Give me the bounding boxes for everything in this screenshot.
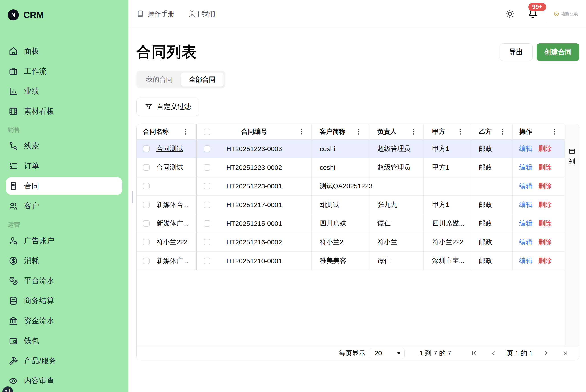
column-menu-icon[interactable]	[554, 129, 555, 134]
edit-link[interactable]: 编辑	[519, 200, 532, 209]
cell-operations: 编辑删除	[512, 233, 565, 252]
pagination-controls: 页 1 的 1	[470, 348, 569, 358]
sidebar-item-label: 素材看板	[24, 106, 54, 116]
row-checkbox[interactable]	[204, 220, 210, 227]
table-row[interactable]: 合同测试HT20251223-0003ceshi超级管理员甲方1邮政编辑删除	[136, 140, 565, 158]
delete-link[interactable]: 删除	[538, 200, 552, 209]
row-checkbox[interactable]	[204, 202, 210, 208]
column-settings-panel: 列	[565, 124, 579, 346]
edit-link[interactable]: 编辑	[519, 238, 532, 247]
table-row[interactable]: 新媒体广...HT20251210-0001稚美美容谭仁深圳市宝...邮政编辑删…	[136, 252, 565, 270]
cell-operations: 编辑删除	[512, 252, 565, 270]
ad-account-icon	[9, 236, 18, 246]
cell-contract-name: 合同测试	[136, 140, 197, 158]
custom-filter-button[interactable]: 自定义过滤	[136, 98, 199, 116]
last-page-icon[interactable]	[562, 350, 569, 357]
column-menu-icon[interactable]	[413, 129, 414, 134]
table-row[interactable]: 合同测试HT20251223-0002ceshi超级管理员甲方1邮政编辑删除	[136, 158, 565, 177]
delete-link[interactable]: 删除	[538, 144, 552, 153]
sidebar-item-contracts[interactable]: 合同	[6, 177, 122, 195]
settlement-icon	[9, 296, 18, 306]
tab-my-contracts[interactable]: 我的合同	[138, 72, 181, 87]
sidebar-item-product[interactable]: 产品/服务	[6, 352, 122, 370]
sidebar-item-review[interactable]: 内容审查	[6, 372, 122, 390]
column-menu-icon[interactable]	[358, 129, 359, 134]
column-menu-icon[interactable]	[502, 129, 503, 134]
row-checkbox[interactable]	[143, 183, 150, 189]
row-checkbox[interactable]	[204, 146, 210, 152]
edit-link[interactable]: 编辑	[519, 219, 532, 228]
sidebar-item-consumption[interactable]: 消耗	[6, 252, 122, 270]
table-row[interactable]: 新媒体广...HT20251215-0001四川席媒谭仁四川席媒...邮政编辑删…	[136, 214, 565, 233]
row-checkbox[interactable]	[204, 183, 210, 189]
sidebar-item-label: 商务结算	[24, 296, 54, 306]
table-row[interactable]: HT20251223-0001测试QA20251223编辑删除	[136, 177, 565, 196]
menu-item-about[interactable]: 关于我们	[189, 9, 215, 18]
sidebar-item-ad-account[interactable]: 广告账户	[6, 232, 122, 250]
sidebar-item-home[interactable]: 面板	[6, 42, 122, 60]
row-checkbox[interactable]	[143, 220, 150, 227]
filter-label: 自定义过滤	[156, 102, 191, 112]
next-page-icon[interactable]	[542, 350, 550, 357]
menu-item-manual[interactable]: 操作手册	[136, 9, 174, 18]
row-checkbox[interactable]	[204, 164, 210, 171]
sidebar-item-capital-flow[interactable]: 资金流水	[6, 312, 122, 330]
columns-icon[interactable]	[568, 148, 576, 155]
delete-link[interactable]: 删除	[538, 219, 552, 228]
brand-name: CRM	[23, 10, 44, 20]
table-row[interactable]: 新媒体合...HT20251217-0001zjj测试张九九甲方1邮政编辑删除	[136, 196, 565, 214]
row-checkbox[interactable]	[143, 202, 150, 208]
delete-link[interactable]: 删除	[538, 238, 552, 247]
select-all-checkbox[interactable]	[204, 128, 210, 135]
sidebar-item-wallet[interactable]: 钱包	[6, 332, 122, 350]
delete-link[interactable]: 删除	[538, 256, 552, 266]
cell-operations: 编辑删除	[512, 177, 565, 195]
leads-icon	[9, 141, 18, 150]
create-contract-button[interactable]: 创建合同	[536, 44, 579, 61]
sidebar-item-platform-flow[interactable]: 平台流水	[6, 272, 122, 290]
row-checkbox[interactable]	[204, 258, 210, 264]
row-checkbox[interactable]	[143, 239, 150, 246]
sidebar-item-material-board[interactable]: 素材看板	[6, 102, 122, 120]
book-icon	[136, 10, 144, 18]
notifications-button[interactable]: 99+	[528, 9, 538, 19]
notification-badge: 99+	[528, 3, 546, 11]
capital-flow-icon	[9, 316, 18, 326]
sidebar-item-leads[interactable]: 线索	[6, 137, 122, 155]
wallet-icon	[9, 336, 18, 346]
edit-link[interactable]: 编辑	[519, 256, 532, 266]
first-page-icon[interactable]	[470, 350, 478, 357]
edit-link[interactable]: 编辑	[519, 182, 532, 191]
contract-tabs: 我的合同 全部合同	[136, 70, 225, 88]
delete-link[interactable]: 删除	[538, 182, 552, 191]
row-checkbox[interactable]	[204, 239, 210, 246]
material-board-icon	[9, 106, 18, 116]
sidebar-item-workflow[interactable]: 工作流	[6, 62, 122, 80]
edit-link[interactable]: 编辑	[519, 163, 532, 172]
sidebar-item-settlement[interactable]: 商务结算	[6, 292, 122, 310]
prev-page-icon[interactable]	[490, 350, 497, 357]
column-menu-icon[interactable]	[301, 129, 302, 134]
column-menu-icon[interactable]	[460, 129, 461, 134]
column-menu-icon[interactable]	[185, 129, 186, 134]
export-button[interactable]: 导出	[500, 44, 532, 61]
cell-party-b: 邮政	[470, 158, 512, 177]
table-row[interactable]: 符小兰222HT20251216-0002符小兰2符小兰符小兰222邮政编辑删除	[136, 233, 565, 252]
delete-link[interactable]: 删除	[538, 163, 552, 172]
theme-toggle-sun-icon[interactable]	[505, 9, 515, 19]
sidebar-item-performance[interactable]: 业绩	[6, 82, 122, 100]
row-checkbox[interactable]	[143, 146, 150, 152]
row-checkbox[interactable]	[143, 164, 150, 171]
per-page-select[interactable]: 20	[370, 348, 405, 358]
cell-contract-name: 新媒体合...	[136, 196, 197, 214]
cell-operations: 编辑删除	[512, 140, 565, 158]
sidebar-item-customers[interactable]: 客户	[6, 197, 122, 215]
cell-contract-number: HT20251223-0001	[197, 177, 312, 195]
edit-link[interactable]: 编辑	[519, 144, 532, 153]
row-checkbox[interactable]	[143, 258, 150, 264]
columns-label[interactable]: 列	[569, 157, 575, 166]
cell-party-b: 邮政	[470, 233, 512, 252]
tab-all-contracts[interactable]: 全部合同	[181, 72, 224, 87]
scrollbar-thumb[interactable]	[132, 191, 134, 203]
sidebar-item-orders[interactable]: 订单	[6, 157, 122, 175]
